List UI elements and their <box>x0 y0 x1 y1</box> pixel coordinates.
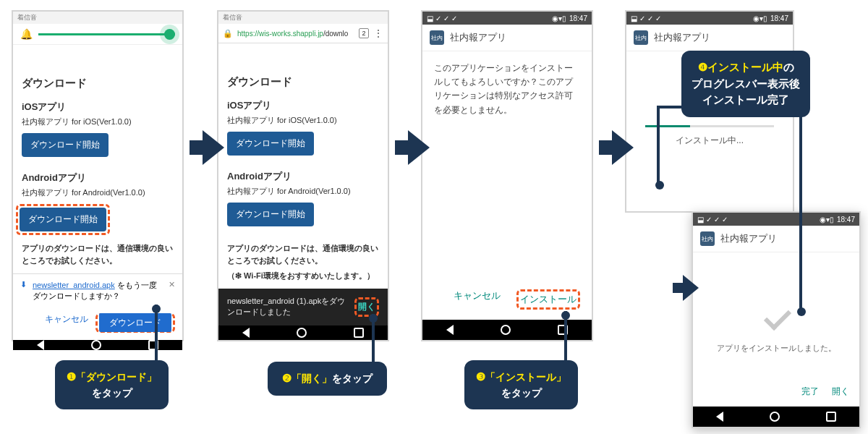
open-app-button[interactable]: 開く <box>832 386 849 398</box>
volume-slider-row: 🔔 <box>13 24 182 45</box>
callout-step-3: ❸「インストール」をタップ <box>464 360 578 409</box>
ios-app-line: 社内報アプリ for iOS(Ver1.0.0) <box>22 116 174 127</box>
redownload-filename[interactable]: newsletter_android.apk <box>33 281 115 289</box>
download-icon: ⬇ <box>20 280 27 289</box>
android-app-line: 社内報アプリ for Android(Ver1.0.0) <box>227 186 379 197</box>
android-app-line: 社内報アプリ for Android(Ver1.0.0) <box>22 187 174 198</box>
callout-line <box>155 305 158 362</box>
wifi-icon: ◉▾▯ <box>753 14 767 22</box>
snackbar-open-button[interactable]: 開く <box>358 302 375 312</box>
android-heading: Androidアプリ <box>22 171 174 184</box>
callout-line <box>799 107 802 310</box>
page-title: ダウンロード <box>227 75 379 89</box>
status-time: 18:47 <box>837 216 855 224</box>
download-note: アプリのダウンロードは、通信環境の良いところでお試しください。 <box>22 242 174 266</box>
status-bar: ⬓✓✓✓ ◉▾▯ 18:47 <box>693 213 859 226</box>
callout-step-4: ❹インストール中の プログレスバー表示後 インストール完了 <box>681 51 810 117</box>
ios-heading: iOSアプリ <box>227 99 379 112</box>
flow-arrow-icon <box>408 130 430 165</box>
nav-home-icon[interactable] <box>91 340 101 350</box>
nav-home-icon[interactable] <box>297 328 307 338</box>
snackbar-text: newsletter_android (1).apkをダウンロードしました <box>227 296 347 318</box>
notification-category: 着信音 <box>218 12 388 24</box>
ios-heading: iOSアプリ <box>22 101 174 114</box>
notification-category: 着信音 <box>13 12 182 24</box>
installed-text: アプリをインストールしました。 <box>693 343 859 354</box>
app-icon: 社内 <box>634 30 648 45</box>
flow-arrow-icon <box>683 275 699 301</box>
install-confirm-button[interactable]: インストール <box>520 294 576 305</box>
callout-step-2: ❷「開く」をタップ <box>268 362 387 396</box>
highlight-box-1: ダウンロード開始 <box>16 204 110 235</box>
installing-label: インストール中... <box>645 135 774 147</box>
check-icon <box>757 295 796 334</box>
nav-home-icon[interactable] <box>770 412 780 422</box>
download-note: アプリのダウンロードは、通信環境の良いところでお試しください。 <box>227 242 379 266</box>
progress-bar <box>645 125 774 127</box>
installer-app-bar: 社内 社内報アプリ <box>693 226 859 252</box>
volume-slider[interactable] <box>38 33 175 35</box>
nav-back-icon[interactable] <box>242 328 250 338</box>
status-bar: ⬓✓✓✓ ◉▾▯ 18:47 <box>626 12 793 25</box>
download-android-button[interactable]: ダウンロード開始 <box>227 203 314 226</box>
wifi-icon: ◉▾▯ <box>552 14 566 22</box>
close-icon[interactable]: ✕ <box>169 280 175 289</box>
callout-step-1: ❶「ダウンロード」をタップ <box>55 360 169 409</box>
download-android-button[interactable]: ダウンロード開始 <box>20 208 106 231</box>
nav-home-icon[interactable] <box>501 325 511 335</box>
cancel-button[interactable]: キャンセル <box>45 313 88 333</box>
download-confirm-button[interactable]: ダウンロード <box>99 313 171 332</box>
tab-count-icon[interactable]: 2 <box>359 28 369 38</box>
app-icon: 社内 <box>430 30 444 45</box>
android-nav-bar <box>693 407 859 427</box>
app-icon: 社内 <box>700 231 715 246</box>
download-ios-button[interactable]: ダウンロード開始 <box>22 133 109 157</box>
callout-line <box>564 311 567 362</box>
highlight-box-download: ダウンロード <box>95 313 175 333</box>
install-prompt-text: このアプリケーションをインストールしてもよろしいですか？このアプリケーションは特… <box>422 51 592 127</box>
nav-recent-icon[interactable] <box>354 328 364 338</box>
page-title: ダウンロード <box>22 77 174 90</box>
nav-back-icon[interactable] <box>37 340 44 350</box>
app-title: 社内報アプリ <box>450 31 506 44</box>
installer-app-bar: 社内 社内報アプリ <box>422 25 592 51</box>
status-bar: ⬓✓✓✓ ◉▾▯ 18:47 <box>422 12 592 25</box>
android-nav-bar <box>218 326 388 340</box>
browser-url-bar[interactable]: 🔒 https://wis-works.shappli.jp/downlo 2 … <box>218 24 388 43</box>
wifi-note: （❇ Wi-Fi環境をおすすめいたします。） <box>227 271 379 281</box>
status-time: 18:47 <box>569 14 587 22</box>
flow-arrow-icon <box>203 130 224 165</box>
nav-recent-icon[interactable] <box>826 412 836 422</box>
wifi-icon: ◉▾▯ <box>820 216 834 224</box>
bell-icon: 🔔 <box>20 28 33 40</box>
redownload-prompt: ⬇ newsletter_android.apk をもう一度ダウンロードしますか… <box>13 273 182 307</box>
app-title: 社内報アプリ <box>654 31 710 44</box>
highlight-box-install: インストール <box>516 289 580 310</box>
lock-icon: 🔒 <box>223 29 233 38</box>
done-button[interactable]: 完了 <box>801 386 819 398</box>
download-complete-snackbar: newsletter_android (1).apkをダウンロードしました 開く <box>218 289 388 326</box>
nav-back-icon[interactable] <box>446 325 454 335</box>
installer-app-bar: 社内 社内報アプリ <box>626 25 793 51</box>
url-text: https://wis-works.shappli.jp/downlo <box>237 30 354 38</box>
nav-back-icon[interactable] <box>716 412 723 422</box>
download-ios-button[interactable]: ダウンロード開始 <box>227 132 314 156</box>
menu-dots-icon[interactable]: ⋮ <box>373 27 383 39</box>
callout-line <box>372 314 375 363</box>
status-time: 18:47 <box>770 14 788 22</box>
ios-app-line: 社内報アプリ for iOS(Ver1.0.0) <box>227 115 379 126</box>
android-heading: Androidアプリ <box>227 170 379 183</box>
callout-line <box>657 107 660 182</box>
app-title: 社内報アプリ <box>720 232 777 245</box>
install-cancel-button[interactable]: キャンセル <box>454 289 501 310</box>
flow-arrow-icon <box>612 130 634 165</box>
